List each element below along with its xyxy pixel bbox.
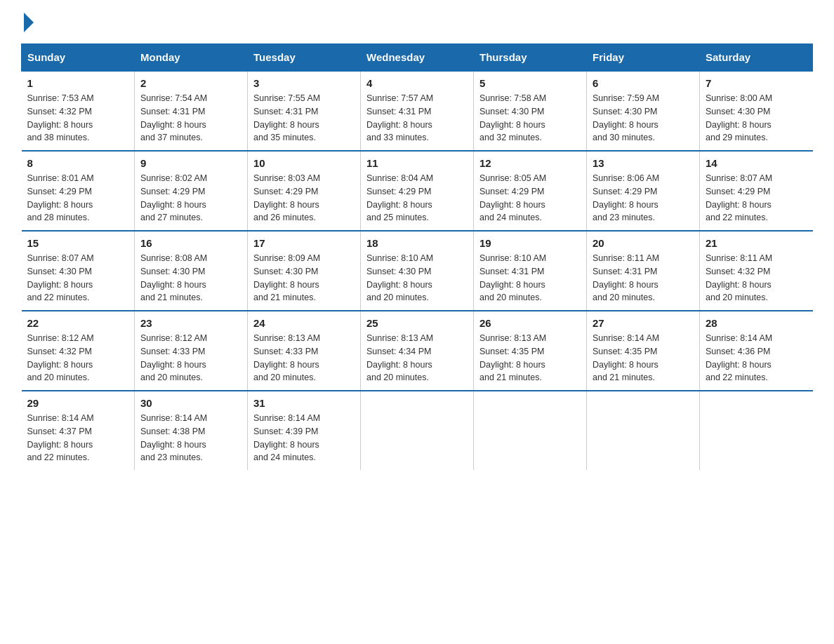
- header-cell-wednesday: Wednesday: [361, 44, 474, 72]
- calendar-week-4: 22Sunrise: 8:12 AM Sunset: 4:32 PM Dayli…: [22, 311, 813, 391]
- calendar-cell: 26Sunrise: 8:13 AM Sunset: 4:35 PM Dayli…: [474, 311, 587, 391]
- day-number: 14: [706, 157, 807, 169]
- day-info: Sunrise: 7:58 AM Sunset: 4:30 PM Dayligh…: [479, 92, 581, 145]
- logo-arrow-icon: [24, 13, 34, 32]
- day-info: Sunrise: 8:02 AM Sunset: 4:29 PM Dayligh…: [140, 172, 241, 224]
- calendar-header: SundayMondayTuesdayWednesdayThursdayFrid…: [22, 44, 813, 72]
- header-cell-monday: Monday: [135, 44, 248, 72]
- day-info: Sunrise: 8:07 AM Sunset: 4:30 PM Dayligh…: [27, 252, 129, 304]
- day-number: 17: [253, 237, 355, 249]
- header-cell-sunday: Sunday: [22, 44, 135, 72]
- calendar-cell: 24Sunrise: 8:13 AM Sunset: 4:33 PM Dayli…: [248, 311, 361, 391]
- header-row: SundayMondayTuesdayWednesdayThursdayFrid…: [22, 44, 813, 72]
- day-number: 8: [27, 157, 129, 169]
- calendar-cell: 18Sunrise: 8:10 AM Sunset: 4:30 PM Dayli…: [361, 231, 474, 311]
- calendar-cell: 11Sunrise: 8:04 AM Sunset: 4:29 PM Dayli…: [361, 151, 474, 231]
- day-number: 3: [253, 77, 355, 89]
- day-info: Sunrise: 8:10 AM Sunset: 4:31 PM Dayligh…: [479, 252, 581, 304]
- day-info: Sunrise: 8:11 AM Sunset: 4:32 PM Dayligh…: [706, 252, 807, 304]
- calendar-cell: 28Sunrise: 8:14 AM Sunset: 4:36 PM Dayli…: [700, 311, 813, 391]
- calendar-cell: 20Sunrise: 8:11 AM Sunset: 4:31 PM Dayli…: [587, 231, 700, 311]
- day-number: 6: [593, 77, 694, 89]
- day-info: Sunrise: 8:01 AM Sunset: 4:29 PM Dayligh…: [27, 172, 129, 224]
- day-number: 12: [479, 157, 581, 169]
- day-number: 22: [27, 317, 129, 329]
- day-number: 19: [479, 237, 581, 249]
- calendar-body: 1Sunrise: 7:53 AM Sunset: 4:32 PM Daylig…: [22, 71, 813, 470]
- day-info: Sunrise: 7:55 AM Sunset: 4:31 PM Dayligh…: [253, 92, 355, 145]
- calendar-cell: [474, 391, 587, 470]
- calendar-cell: 25Sunrise: 8:13 AM Sunset: 4:34 PM Dayli…: [361, 311, 474, 391]
- day-info: Sunrise: 7:54 AM Sunset: 4:31 PM Dayligh…: [140, 92, 241, 145]
- header-cell-saturday: Saturday: [700, 44, 813, 72]
- day-number: 16: [140, 237, 241, 249]
- calendar-week-5: 29Sunrise: 8:14 AM Sunset: 4:37 PM Dayli…: [22, 391, 813, 470]
- day-number: 27: [593, 317, 694, 329]
- calendar-cell: 12Sunrise: 8:05 AM Sunset: 4:29 PM Dayli…: [474, 151, 587, 231]
- calendar-cell: 29Sunrise: 8:14 AM Sunset: 4:37 PM Dayli…: [22, 391, 135, 470]
- day-number: 10: [253, 157, 355, 169]
- calendar-cell: 19Sunrise: 8:10 AM Sunset: 4:31 PM Dayli…: [474, 231, 587, 311]
- day-number: 21: [706, 237, 807, 249]
- logo: [21, 14, 34, 29]
- day-info: Sunrise: 8:12 AM Sunset: 4:32 PM Dayligh…: [27, 332, 129, 384]
- day-info: Sunrise: 8:03 AM Sunset: 4:29 PM Dayligh…: [253, 172, 355, 224]
- day-info: Sunrise: 8:14 AM Sunset: 4:37 PM Dayligh…: [27, 412, 129, 464]
- calendar-cell: 23Sunrise: 8:12 AM Sunset: 4:33 PM Dayli…: [135, 311, 248, 391]
- day-info: Sunrise: 7:57 AM Sunset: 4:31 PM Dayligh…: [366, 92, 468, 145]
- calendar-cell: 8Sunrise: 8:01 AM Sunset: 4:29 PM Daylig…: [22, 151, 135, 231]
- day-info: Sunrise: 7:53 AM Sunset: 4:32 PM Dayligh…: [27, 92, 129, 145]
- header-cell-tuesday: Tuesday: [248, 44, 361, 72]
- calendar-cell: 21Sunrise: 8:11 AM Sunset: 4:32 PM Dayli…: [700, 231, 813, 311]
- header-cell-thursday: Thursday: [474, 44, 587, 72]
- calendar-cell: 22Sunrise: 8:12 AM Sunset: 4:32 PM Dayli…: [22, 311, 135, 391]
- day-number: 25: [366, 317, 468, 329]
- calendar-cell: 5Sunrise: 7:58 AM Sunset: 4:30 PM Daylig…: [474, 71, 587, 151]
- day-info: Sunrise: 8:14 AM Sunset: 4:35 PM Dayligh…: [593, 332, 694, 384]
- calendar-cell: 15Sunrise: 8:07 AM Sunset: 4:30 PM Dayli…: [22, 231, 135, 311]
- day-number: 7: [706, 77, 807, 89]
- page-header: [21, 14, 813, 29]
- day-number: 2: [140, 77, 241, 89]
- day-number: 5: [479, 77, 581, 89]
- day-number: 9: [140, 157, 241, 169]
- day-number: 11: [366, 157, 468, 169]
- calendar-cell: [700, 391, 813, 470]
- day-info: Sunrise: 8:13 AM Sunset: 4:33 PM Dayligh…: [253, 332, 355, 384]
- calendar-cell: 27Sunrise: 8:14 AM Sunset: 4:35 PM Dayli…: [587, 311, 700, 391]
- day-info: Sunrise: 8:12 AM Sunset: 4:33 PM Dayligh…: [140, 332, 241, 384]
- calendar-cell: 7Sunrise: 8:00 AM Sunset: 4:30 PM Daylig…: [700, 71, 813, 151]
- day-number: 29: [27, 397, 129, 409]
- day-info: Sunrise: 8:14 AM Sunset: 4:38 PM Dayligh…: [140, 412, 241, 464]
- calendar-cell: 13Sunrise: 8:06 AM Sunset: 4:29 PM Dayli…: [587, 151, 700, 231]
- day-number: 4: [366, 77, 468, 89]
- calendar-cell: [587, 391, 700, 470]
- calendar-cell: 14Sunrise: 8:07 AM Sunset: 4:29 PM Dayli…: [700, 151, 813, 231]
- day-info: Sunrise: 8:06 AM Sunset: 4:29 PM Dayligh…: [593, 172, 694, 224]
- day-number: 26: [479, 317, 581, 329]
- calendar-cell: 16Sunrise: 8:08 AM Sunset: 4:30 PM Dayli…: [135, 231, 248, 311]
- calendar-cell: 6Sunrise: 7:59 AM Sunset: 4:30 PM Daylig…: [587, 71, 700, 151]
- calendar-cell: 30Sunrise: 8:14 AM Sunset: 4:38 PM Dayli…: [135, 391, 248, 470]
- day-number: 18: [366, 237, 468, 249]
- calendar-week-2: 8Sunrise: 8:01 AM Sunset: 4:29 PM Daylig…: [22, 151, 813, 231]
- calendar-cell: 10Sunrise: 8:03 AM Sunset: 4:29 PM Dayli…: [248, 151, 361, 231]
- calendar-week-1: 1Sunrise: 7:53 AM Sunset: 4:32 PM Daylig…: [22, 71, 813, 151]
- day-info: Sunrise: 8:05 AM Sunset: 4:29 PM Dayligh…: [479, 172, 581, 224]
- calendar-cell: 31Sunrise: 8:14 AM Sunset: 4:39 PM Dayli…: [248, 391, 361, 470]
- calendar-cell: 17Sunrise: 8:09 AM Sunset: 4:30 PM Dayli…: [248, 231, 361, 311]
- calendar-cell: [361, 391, 474, 470]
- day-info: Sunrise: 8:14 AM Sunset: 4:39 PM Dayligh…: [253, 412, 355, 464]
- day-info: Sunrise: 8:08 AM Sunset: 4:30 PM Dayligh…: [140, 252, 241, 304]
- day-number: 1: [27, 77, 129, 89]
- calendar-cell: 1Sunrise: 7:53 AM Sunset: 4:32 PM Daylig…: [22, 71, 135, 151]
- calendar-table: SundayMondayTuesdayWednesdayThursdayFrid…: [21, 43, 813, 470]
- day-info: Sunrise: 8:13 AM Sunset: 4:34 PM Dayligh…: [366, 332, 468, 384]
- day-number: 30: [140, 397, 241, 409]
- day-number: 23: [140, 317, 241, 329]
- day-number: 24: [253, 317, 355, 329]
- day-info: Sunrise: 7:59 AM Sunset: 4:30 PM Dayligh…: [593, 92, 694, 145]
- day-number: 20: [593, 237, 694, 249]
- day-number: 31: [253, 397, 355, 409]
- day-info: Sunrise: 8:11 AM Sunset: 4:31 PM Dayligh…: [593, 252, 694, 304]
